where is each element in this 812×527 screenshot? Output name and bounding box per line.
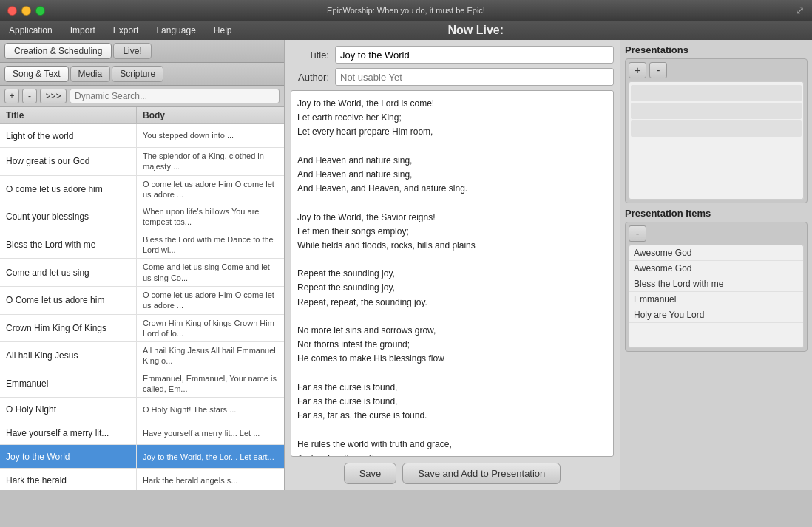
author-label: Author: bbox=[291, 72, 335, 83]
header-body: Body bbox=[137, 107, 284, 123]
list-row[interactable]: Count your blessingsWhen upon life's bil… bbox=[0, 203, 284, 231]
search-bar: + - >>> bbox=[0, 86, 284, 107]
row-body-cell: Bless the Lord with me Dance to the Lord… bbox=[137, 231, 284, 259]
presentations-title: Presentations bbox=[625, 44, 808, 55]
row-body-cell: Come and let us sing Come and let us sin… bbox=[137, 259, 284, 286]
presentation-items-remove-button[interactable]: - bbox=[629, 225, 646, 242]
list-row[interactable]: EmmanuelEmmanuel, Emmanuel, Your name is… bbox=[0, 370, 284, 398]
row-body-cell: All hail King Jesus All hail Emmanuel Ki… bbox=[137, 342, 284, 370]
minimize-button[interactable] bbox=[21, 6, 31, 16]
presentation-items-btn-bar: - bbox=[629, 225, 804, 242]
list-row[interactable]: How great is our GodThe splendor of a Ki… bbox=[0, 148, 284, 176]
row-body-cell: You stepped down into ... bbox=[137, 124, 284, 147]
left-panel: Creation & Scheduling Live! Song & Text … bbox=[0, 40, 285, 490]
presentation-items-list: Awesome GodAwesome GodBless the Lord wit… bbox=[629, 245, 804, 348]
search-input[interactable] bbox=[70, 89, 280, 103]
save-button[interactable]: Save bbox=[344, 463, 397, 484]
remove-song-button[interactable]: - bbox=[22, 89, 37, 103]
row-body-cell: Crown Him King of kings Crown Him Lord o… bbox=[137, 315, 284, 342]
list-row[interactable]: Come and let us singCome and let us sing… bbox=[0, 259, 284, 287]
presentation-list-item[interactable]: Emmanuel bbox=[629, 292, 803, 307]
title-field-row: Title: bbox=[291, 46, 614, 64]
row-title-cell: Light of the world bbox=[0, 124, 137, 147]
presentations-box-container: + - bbox=[625, 58, 808, 203]
presentations-box bbox=[629, 81, 804, 200]
row-body-cell: O Holy Night! The stars ... bbox=[137, 398, 284, 421]
row-title-cell: Joy to the World bbox=[0, 445, 137, 468]
lyrics-area[interactable]: Joy to the World, the Lord is come! Let … bbox=[291, 90, 614, 457]
presentations-section: Presentations + - bbox=[625, 44, 808, 203]
row-title-cell: Hark the herald bbox=[0, 469, 137, 490]
presentations-remove-button[interactable]: - bbox=[649, 62, 667, 78]
sub-tab-song-text[interactable]: Song & Text bbox=[4, 66, 69, 82]
presentation-list-item[interactable]: Holy are You Lord bbox=[629, 307, 803, 323]
presentation-list-item[interactable]: Awesome God bbox=[629, 245, 803, 261]
row-title-cell: Count your blessings bbox=[0, 203, 137, 231]
sub-tab-media[interactable]: Media bbox=[70, 66, 111, 82]
list-row[interactable]: Crown Him King Of KingsCrown Him King of… bbox=[0, 315, 284, 343]
row-body-cell: O come let us adore Him O come let us ad… bbox=[137, 176, 284, 203]
add-song-button[interactable]: + bbox=[4, 89, 19, 103]
menu-import[interactable]: Import bbox=[61, 21, 104, 40]
presentation-items-container: - Awesome GodAwesome GodBless the Lord w… bbox=[625, 222, 808, 352]
maximize-button[interactable] bbox=[35, 6, 45, 16]
main-tab-bar: Creation & Scheduling Live! bbox=[0, 40, 284, 63]
title-bar: EpicWorship: When you do, it must be Epi… bbox=[0, 0, 812, 21]
author-field-row: Author: bbox=[291, 68, 614, 86]
row-title-cell: O Holy Night bbox=[0, 398, 137, 421]
row-body-cell: Have yourself a merry lit... Let ... bbox=[137, 421, 284, 444]
forward-button[interactable]: >>> bbox=[40, 89, 67, 103]
row-title-cell: Come and let us sing bbox=[0, 259, 137, 286]
row-title-cell: Bless the Lord with me bbox=[0, 231, 137, 259]
list-row[interactable]: Hark the heraldHark the herald angels s.… bbox=[0, 469, 284, 490]
sub-tab-bar: Song & Text Media Scripture bbox=[0, 63, 284, 86]
close-button[interactable] bbox=[7, 6, 17, 16]
pres-placeholder-2 bbox=[631, 103, 802, 119]
list-row[interactable]: Have yourself a merry lit...Have yoursel… bbox=[0, 421, 284, 445]
presentation-list-item[interactable]: Awesome God bbox=[629, 261, 803, 276]
row-title-cell: How great is our God bbox=[0, 148, 137, 175]
list-row[interactable]: Bless the Lord with meBless the Lord wit… bbox=[0, 231, 284, 259]
list-row[interactable]: O come let us adore himO come let us ado… bbox=[0, 176, 284, 204]
header-title: Title bbox=[0, 107, 137, 123]
list-row[interactable]: O Holy NightO Holy Night! The stars ... bbox=[0, 398, 284, 421]
menu-language[interactable]: Language bbox=[147, 21, 204, 40]
tab-live[interactable]: Live! bbox=[113, 43, 151, 59]
window-controls[interactable] bbox=[7, 6, 45, 16]
presentations-btn-bar: + - bbox=[629, 62, 804, 78]
resize-icon[interactable]: ⤢ bbox=[796, 4, 805, 16]
title-label: Title: bbox=[291, 50, 335, 61]
list-row[interactable]: All hail King JesusAll hail King Jesus A… bbox=[0, 342, 284, 370]
row-title-cell: Crown Him King Of Kings bbox=[0, 315, 137, 342]
row-body-cell: Emmanuel, Emmanuel, Your name is called,… bbox=[137, 370, 284, 398]
row-body-cell: When upon life's billows You are tempest… bbox=[137, 203, 284, 231]
presentations-add-button[interactable]: + bbox=[629, 62, 646, 78]
author-input[interactable] bbox=[335, 68, 614, 86]
bottom-buttons: Save Save and Add to Presentation bbox=[291, 463, 614, 484]
menu-bar: Application Import Export Language Help … bbox=[0, 21, 812, 40]
tab-creation-scheduling[interactable]: Creation & Scheduling bbox=[4, 43, 112, 59]
row-title-cell: O come let us adore him bbox=[0, 176, 137, 203]
list-row[interactable]: Light of the worldYou stepped down into … bbox=[0, 124, 284, 148]
row-title-cell: Have yourself a merry lit... bbox=[0, 421, 137, 444]
pres-placeholder-3 bbox=[631, 120, 802, 137]
list-header: Title Body bbox=[0, 107, 284, 124]
title-input[interactable] bbox=[335, 46, 614, 64]
menu-export[interactable]: Export bbox=[104, 21, 148, 40]
song-list[interactable]: Title Body Light of the worldYou stepped… bbox=[0, 107, 284, 490]
list-row[interactable]: O Come let us adore himO come let us ado… bbox=[0, 287, 284, 315]
menu-help[interactable]: Help bbox=[205, 21, 241, 40]
presentation-items-title: Presentation Items bbox=[625, 208, 808, 219]
save-add-button[interactable]: Save and Add to Presentation bbox=[402, 463, 561, 484]
list-row[interactable]: Joy to the WorldJoy to the World, the Lo… bbox=[0, 445, 284, 469]
main-container: Creation & Scheduling Live! Song & Text … bbox=[0, 40, 812, 490]
sub-tab-scripture[interactable]: Scripture bbox=[112, 66, 163, 82]
row-title-cell: Emmanuel bbox=[0, 370, 137, 398]
row-title-cell: All hail King Jesus bbox=[0, 342, 137, 370]
presentation-list-item[interactable]: Bless the Lord with me bbox=[629, 276, 803, 292]
row-title-cell: O Come let us adore him bbox=[0, 287, 137, 314]
row-body-cell: Hark the herald angels s... bbox=[137, 469, 284, 490]
right-panel: Presentations + - Presentation Items - bbox=[620, 40, 812, 490]
menu-application[interactable]: Application bbox=[0, 21, 61, 40]
row-body-cell: Joy to the World, the Lor... Let eart... bbox=[137, 445, 284, 468]
